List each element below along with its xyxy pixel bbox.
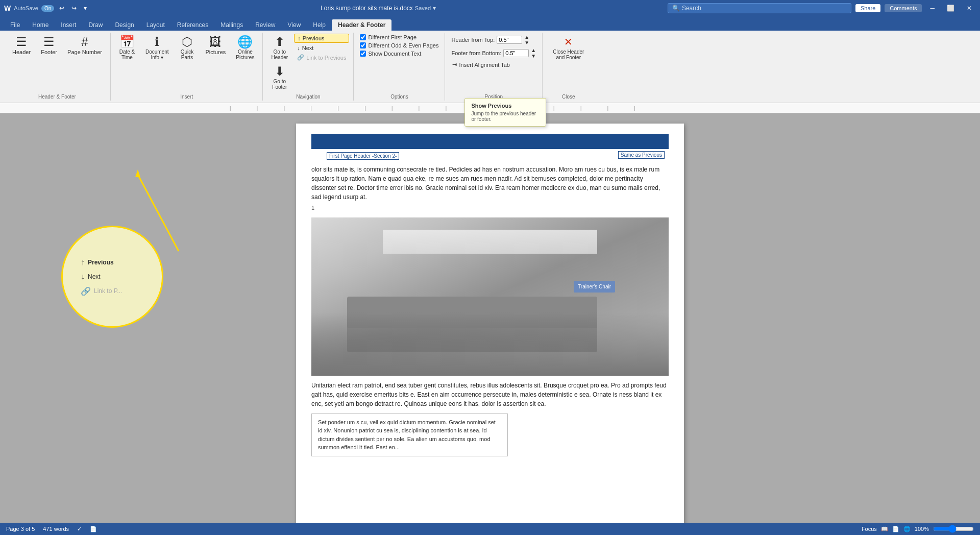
- link-icon: 🔗: [297, 54, 304, 61]
- zoom-slider[interactable]: [933, 525, 974, 533]
- show-document-text-checkbox[interactable]: Show Document Text: [358, 50, 440, 57]
- tab-references[interactable]: References: [171, 19, 214, 31]
- search-placeholder: Search: [682, 5, 701, 12]
- doc-title: Loris sump dolor sits mate is.docx: [321, 5, 413, 12]
- autosave-label: AutoSave: [14, 5, 38, 11]
- same-as-previous-badge: Same as Previous: [618, 151, 665, 159]
- saved-caret: ▾: [433, 5, 436, 12]
- online-pictures-icon: 🌐: [237, 36, 253, 48]
- title-bar: W AutoSave On ↩ ↪ ▾ Loris sump dolor sit…: [0, 0, 980, 16]
- show-document-text-input[interactable]: [360, 51, 366, 57]
- tab-mailings[interactable]: Mailings: [214, 19, 249, 31]
- page-icon: 📄: [90, 526, 97, 532]
- redo-btn[interactable]: ↪: [69, 5, 79, 12]
- document-info-button[interactable]: ℹ DocumentInfo ▾: [141, 34, 173, 62]
- conference-image-container: Trainer's Chair: [311, 217, 669, 376]
- quick-parts-button[interactable]: ⬡ QuickParts: [175, 34, 200, 62]
- zoom-next-icon: ↓: [81, 272, 85, 281]
- go-to-header-label: Go toHeader: [271, 49, 288, 60]
- header-spinner[interactable]: ▲▼: [524, 34, 529, 45]
- footer-spinner[interactable]: ▲▼: [531, 47, 536, 59]
- view-web-icon[interactable]: 🌐: [903, 526, 911, 532]
- tooltip-title: Show Previous: [471, 103, 540, 109]
- tooltip-description: Jump to the previous header or footer.: [471, 111, 540, 122]
- navigation-buttons: ⬆ Go toHeader ⬇ Go toFooter ↑ Previous ↓…: [267, 34, 349, 92]
- document-info-icon: ℹ: [155, 36, 159, 48]
- view-print-icon[interactable]: 📄: [892, 526, 899, 532]
- go-to-col: ⬆ Go toHeader ⬇ Go toFooter: [267, 34, 292, 92]
- header-footer-buttons: ☰ Header ☰ Footer # Page Number: [8, 34, 106, 92]
- next-icon: ↓: [297, 45, 300, 51]
- position-fields: Header from Top: ▲▼ Footer from Bottom: …: [449, 34, 538, 69]
- page-number: 1: [311, 204, 669, 212]
- svg-marker-1: [135, 169, 140, 177]
- restore-btn[interactable]: ⬜: [943, 4, 959, 13]
- search-box[interactable]: 🔍 Search: [668, 3, 851, 13]
- proofing-icon: ✓: [77, 526, 82, 532]
- tab-file[interactable]: File: [4, 19, 26, 31]
- different-first-page-input[interactable]: [360, 34, 366, 40]
- previous-button[interactable]: ↑ Previous: [294, 34, 349, 43]
- date-time-icon: 📅: [119, 36, 135, 48]
- text-box: Set ponder um s cu, veil ex quid dictum …: [311, 414, 508, 456]
- autosave-toggle[interactable]: On: [41, 5, 54, 12]
- close-group-label: Close: [547, 92, 590, 100]
- section-label: First Page Header -Section 2-: [327, 152, 399, 160]
- tab-help[interactable]: Help: [307, 19, 332, 31]
- pictures-button[interactable]: 🖼 Pictures: [202, 34, 230, 57]
- footer-from-bottom-field: Footer from Bottom: ▲▼: [449, 47, 538, 59]
- zoom-link-to-prev-button[interactable]: 🔗 Link to P...: [77, 285, 148, 298]
- zoom-previous-button[interactable]: ↑ Previous: [77, 256, 148, 269]
- undo-btn[interactable]: ↩: [57, 5, 66, 12]
- go-to-footer-button[interactable]: ⬇ Go toFooter: [267, 63, 292, 92]
- tab-home[interactable]: Home: [26, 19, 55, 31]
- options-group-label: Options: [358, 92, 440, 100]
- page-number-button[interactable]: # Page Number: [63, 34, 106, 57]
- date-time-label: Date &Time: [119, 49, 135, 60]
- link-to-previous-button[interactable]: 🔗 Link to Previous: [294, 53, 349, 62]
- tab-layout[interactable]: Layout: [140, 19, 171, 31]
- tab-view[interactable]: View: [282, 19, 307, 31]
- status-bar: Page 3 of 5 471 words ✓ 📄 Focus 📖 📄 🌐 10…: [0, 523, 980, 535]
- header-from-top-field: Header from Top: ▲▼: [449, 34, 538, 46]
- comments-btn[interactable]: Comments: [885, 4, 922, 12]
- zoom-link-label: Link to P...: [94, 287, 122, 295]
- different-odd-even-input[interactable]: [360, 42, 366, 48]
- header-from-top-label: Header from Top:: [451, 37, 495, 43]
- footer-from-bottom-label: Footer from Bottom:: [451, 50, 501, 56]
- header-from-top-input[interactable]: [497, 36, 522, 44]
- quick-access[interactable]: ▾: [82, 5, 89, 12]
- tab-design[interactable]: Design: [109, 19, 140, 31]
- footer-from-bottom-input[interactable]: [503, 49, 529, 57]
- word-count: 471 words: [43, 526, 69, 532]
- status-right: Focus 📖 📄 🌐 100%: [862, 525, 974, 533]
- zoom-next-button[interactable]: ↓ Next: [77, 271, 148, 283]
- view-read-icon[interactable]: 📖: [881, 526, 888, 532]
- header-button[interactable]: ☰ Header: [8, 34, 35, 57]
- tab-headerfooter[interactable]: Header & Footer: [332, 19, 391, 31]
- footer-button[interactable]: ☰ Footer: [37, 34, 61, 57]
- tab-draw[interactable]: Draw: [82, 19, 109, 31]
- alignment-label: Insert Alignment Tab: [459, 62, 509, 68]
- focus-btn[interactable]: Focus: [862, 526, 877, 532]
- minimize-btn[interactable]: ─: [926, 4, 939, 13]
- go-to-header-button[interactable]: ⬆ Go toHeader: [267, 34, 292, 62]
- go-to-footer-icon: ⬇: [275, 65, 285, 78]
- share-btn[interactable]: Share: [855, 4, 880, 12]
- close-btn[interactable]: ✕: [963, 4, 976, 13]
- app-logo: W: [4, 4, 11, 12]
- go-to-footer-label: Go toFooter: [272, 79, 287, 90]
- ribbon-group-navigation: ⬆ Go toHeader ⬇ Go toFooter ↑ Previous ↓…: [263, 33, 354, 101]
- insert-alignment-tab-button[interactable]: ⇥ Insert Alignment Tab: [449, 60, 538, 69]
- date-time-button[interactable]: 📅 Date &Time: [115, 34, 139, 62]
- online-pictures-button[interactable]: 🌐 OnlinePictures: [232, 34, 258, 62]
- next-button[interactable]: ↓ Next: [294, 44, 349, 52]
- title-bar-center: Loris sump dolor sits mate is.docx Saved…: [89, 5, 668, 12]
- close-header-footer-label: Close Headerand Footer: [553, 49, 584, 60]
- tab-insert[interactable]: Insert: [55, 19, 82, 31]
- different-first-page-checkbox[interactable]: Different First Page: [358, 34, 440, 41]
- close-header-footer-button[interactable]: ✕ Close Headerand Footer: [547, 34, 590, 62]
- tab-review[interactable]: Review: [249, 19, 281, 31]
- different-odd-even-checkbox[interactable]: Different Odd & Even Pages: [358, 42, 440, 49]
- pictures-icon: 🖼: [209, 36, 222, 48]
